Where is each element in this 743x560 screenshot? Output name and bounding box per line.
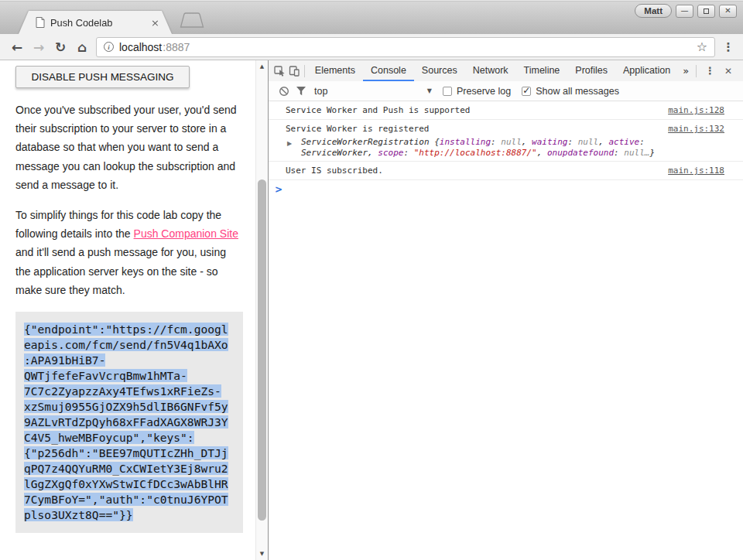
content-area: DISABLE PUSH MESSAGING Once you've subsc… [0, 60, 743, 560]
window-maximize-button[interactable] [697, 5, 715, 18]
window-minimize-button[interactable]: — [676, 5, 693, 18]
devtools-tab-application[interactable]: Application [615, 60, 678, 81]
nav-toolbar: ← → ↻ ⌂ i localhost :8887 ☆ ⋮ [0, 34, 743, 60]
minimize-icon: — [681, 7, 689, 15]
preserve-log-label: Preserve log [457, 86, 511, 97]
object-preview[interactable]: ▶ ServiceWorkerRegistration {installing:… [286, 137, 716, 158]
scrollbar-thumb[interactable] [258, 179, 266, 521]
source-link[interactable]: main.js:118 [668, 165, 724, 176]
devtools-tab-network[interactable]: Network [465, 60, 516, 81]
devtools-tab-sources[interactable]: Sources [414, 60, 465, 81]
console-message: Service Worker is registered main.js:132… [269, 120, 743, 162]
devtools-tab-elements[interactable]: Elements [307, 60, 363, 81]
url-port: :8887 [163, 41, 190, 53]
push-companion-link[interactable]: Push Companion Site [134, 227, 238, 240]
devtools-tab-profiles[interactable]: Profiles [567, 60, 615, 81]
reload-icon[interactable]: ↻ [50, 39, 71, 55]
page-pane: DISABLE PUSH MESSAGING Once you've subsc… [0, 60, 255, 560]
console-message-text: Service Worker is registered [286, 124, 429, 134]
code-line: 9AZLvRTdZpQyh68xFFadXAGX8WRJ3Y [24, 415, 235, 430]
page-favicon [36, 17, 45, 28]
paragraph-companion: To simplify things for this code lab cop… [15, 206, 241, 299]
tab-close-icon[interactable]: × [151, 18, 159, 28]
code-line: C4V5_hweMBFoycup","keys": [24, 430, 235, 446]
context-label: top [314, 86, 327, 97]
show-all-messages-checkbox[interactable] [522, 87, 531, 96]
code-line: qPQ7z4QQYuRM0_CxCWIetY3Ej8wru2 [24, 461, 235, 476]
device-toolbar-icon[interactable] [287, 65, 302, 77]
show-all-messages-label: Show all messages [536, 86, 619, 97]
code-line: eapis.com/fcm/send/fn5V4q1bAXo [24, 337, 235, 353]
page-scrollbar[interactable]: ▲ ▼ [255, 60, 268, 560]
more-tabs-icon[interactable]: » [678, 65, 693, 77]
source-link[interactable]: main.js:128 [668, 104, 724, 116]
profile-button[interactable]: Matt [635, 4, 672, 18]
new-tab-button[interactable] [178, 12, 204, 29]
bookmark-star-icon[interactable]: ☆ [697, 39, 707, 54]
prompt-chevron-icon: > [275, 184, 282, 195]
filter-icon[interactable] [293, 86, 310, 96]
code-line: plso3UXzt8Q=="}} [24, 507, 235, 523]
code-line: {"endpoint":"https://fcm.googl [24, 322, 235, 337]
page-info-icon[interactable]: i [104, 42, 114, 52]
execution-context-selector[interactable]: top ▼ [314, 86, 432, 97]
inspect-element-icon[interactable] [272, 65, 287, 77]
console-toolbar: top ▼ Preserve log Show all messages [269, 81, 743, 101]
preserve-log-checkbox[interactable] [443, 87, 452, 96]
devtools-tab-list: ElementsConsoleSourcesNetworkTimelinePro… [307, 60, 678, 81]
code-line: 7C7c2ZyapzzAxy4TEfws1xRFieZs- [24, 384, 235, 399]
browser-menu-icon[interactable]: ⋮ [720, 40, 737, 54]
forward-icon[interactable]: → [28, 39, 50, 55]
code-line: QWTjfefeFavVcrqBmw1hMTa- [24, 368, 235, 384]
devtools-tab-console[interactable]: Console [363, 60, 414, 81]
paragraph-subscription: Once you've subscribed your user, you'd … [15, 101, 241, 194]
console-message-text: User IS subscribed. [286, 166, 383, 176]
tab-title: Push Codelab [50, 17, 146, 29]
console-message-text: Service Worker and Push is supported [286, 105, 470, 115]
clear-console-icon[interactable] [276, 86, 293, 97]
devtools-panel: ElementsConsoleSourcesNetworkTimelinePro… [268, 60, 743, 560]
subscription-code-block[interactable]: {"endpoint":"https://fcm.googleapis.com/… [15, 312, 243, 533]
window-close-button[interactable]: ✕ [719, 5, 737, 18]
url-host: localhost [119, 41, 162, 53]
console-log: Service Worker and Push is supported mai… [269, 101, 743, 560]
browser-tab[interactable]: Push Codelab × [19, 11, 172, 34]
paragraph-companion-after: and it'll send a push message for you, u… [15, 246, 226, 295]
scrollbar-up-icon[interactable]: ▲ [256, 63, 268, 70]
code-line: lGgZXgQf0xYXwStwICfDCc3wAbBlHR [24, 476, 235, 492]
devtools-tabbar: ElementsConsoleSourcesNetworkTimelinePro… [269, 60, 743, 81]
console-message: Service Worker and Push is supported mai… [269, 101, 743, 120]
toolbar-divider [696, 65, 697, 77]
chevron-down-icon: ▼ [427, 87, 432, 94]
console-message: User IS subscribed. main.js:118 [269, 162, 743, 180]
console-prompt[interactable]: > [269, 180, 743, 199]
object-preview-tokens: ServiceWorkerRegistration {installing: n… [301, 137, 655, 158]
code-line: 7CymBFoY=","auth":"c0tnuJ6YPOT [24, 492, 235, 507]
devtools-close-icon[interactable]: ✕ [721, 66, 739, 77]
browser-window: Push Codelab × Matt — ✕ ← → ↻ ⌂ i localh… [0, 0, 743, 560]
home-icon[interactable]: ⌂ [71, 39, 93, 55]
expand-triangle-icon[interactable]: ▶ [287, 138, 292, 149]
devtools-tab-timeline[interactable]: Timeline [516, 60, 568, 81]
toolbar-divider [304, 65, 305, 77]
back-icon[interactable]: ← [6, 39, 28, 55]
code-line: :APA91bHiB7- [24, 353, 235, 368]
maximize-icon [704, 9, 709, 14]
scrollbar-down-icon[interactable]: ▼ [256, 551, 268, 557]
disable-push-button[interactable]: DISABLE PUSH MESSAGING [15, 66, 190, 88]
code-line: xzSmuj0955GjOZX9h5dlIB6GNFvf5y [24, 399, 235, 415]
close-icon: ✕ [724, 7, 731, 15]
titlebar: Push Codelab × Matt — ✕ [0, 0, 743, 34]
address-bar[interactable]: i localhost :8887 ☆ [96, 37, 715, 57]
source-link[interactable]: main.js:132 [668, 123, 724, 135]
devtools-menu-icon[interactable]: ⋮ [699, 65, 721, 77]
code-line: {"p256dh":"BEE97mQUTIcZHh_DTJj [24, 446, 235, 461]
